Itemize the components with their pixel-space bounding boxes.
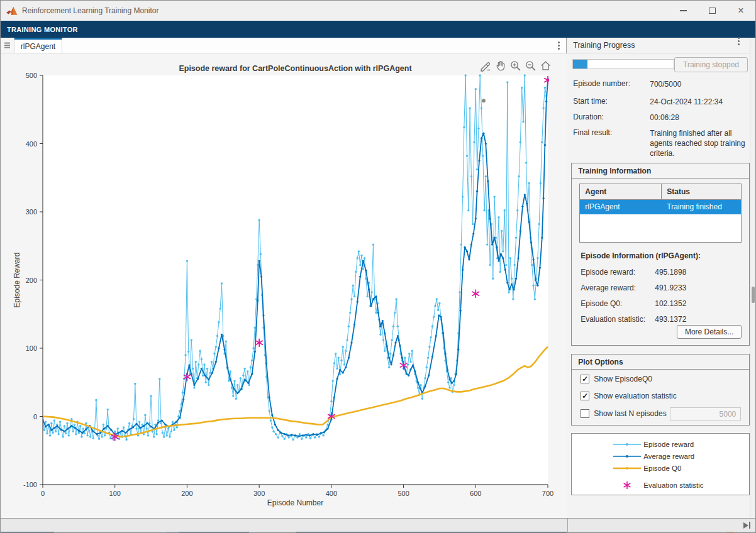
svg-text:600: 600	[470, 490, 481, 497]
panel-title: Training Progress	[573, 41, 635, 50]
plot-area	[43, 75, 548, 485]
maximize-icon	[709, 8, 716, 14]
chart-title: Episode reward for CartPoleContinuousAct…	[43, 64, 548, 73]
agent-status-table: Agent Status rlPGAgent Training finished	[579, 184, 742, 243]
zoom-in-icon[interactable]	[509, 60, 521, 72]
document-pane: rlPGAgent -10001002003004005000100200300…	[1, 38, 567, 518]
restore-view-home-icon[interactable]	[540, 60, 552, 72]
y-axis-label: Episode Reward	[13, 252, 21, 307]
close-button[interactable]: ×	[726, 1, 755, 21]
duration-value: 00:06:28	[650, 113, 745, 123]
svg-text:500: 500	[397, 490, 409, 497]
outlier-dot	[482, 99, 486, 102]
status-cell: Training finished	[662, 200, 741, 214]
n-episodes-input[interactable]	[670, 407, 741, 420]
duration-row: Duration: 00:06:28	[573, 113, 748, 123]
legend-item-average-reward: Average reward	[613, 452, 694, 460]
episode-q0-row: Episode Q0: 102.1352	[581, 299, 743, 308]
episode-reward-line-swatch	[613, 441, 641, 448]
episode-information-title: Episode Information (rlPGAgent):	[581, 251, 701, 260]
svg-text:300: 300	[253, 490, 265, 497]
progress-fill	[573, 60, 587, 69]
show-last-n-episodes-checkbox[interactable]: ✓	[581, 409, 589, 418]
axes-toolbar	[479, 60, 552, 72]
start-time-value: 24-Oct-2024 11:22:34	[650, 97, 745, 107]
training-progress-panel: Training Progress Training stopped Episo…	[567, 38, 755, 518]
app-window: Reinforcement Learning Training Monitor …	[0, 0, 756, 533]
pan-icon[interactable]	[494, 60, 506, 72]
more-details-button[interactable]: More Details...	[677, 325, 742, 339]
reward-plot[interactable]: -100010020030040050001002003004005006007…	[1, 53, 567, 518]
episode-number-value: 700/5000	[650, 79, 745, 89]
svg-text:200: 200	[181, 490, 192, 497]
toolstrip: TRAINING MONITOR	[1, 21, 755, 38]
document-tabbar: rlPGAgent	[1, 38, 566, 53]
evaluation-statistic-value: 493.1372	[655, 315, 686, 324]
table-header-row: Agent Status	[580, 184, 741, 200]
checkmark-icon: ✓	[582, 392, 588, 400]
svg-text:400: 400	[26, 140, 37, 148]
handle-lines-icon	[4, 45, 10, 46]
legend-item-episode-q0: Episode Q0	[613, 464, 681, 472]
show-evaluation-statistic-option: ✓ Show evaluation statistic	[581, 392, 676, 400]
training-progress-bar	[572, 59, 674, 69]
show-episodeq0-label: Show EpisodeQ0	[594, 375, 652, 383]
agent-cell: rlPGAgent	[580, 200, 662, 214]
svg-text:0: 0	[33, 413, 37, 420]
svg-text:0: 0	[41, 490, 45, 497]
episode-number-row: Episode number: 700/5000	[573, 79, 748, 89]
svg-text:200: 200	[26, 277, 37, 284]
evaluation-statistic-marker-swatch	[613, 481, 641, 489]
svg-text:700: 700	[542, 490, 553, 497]
episode-q0-line-swatch	[613, 464, 641, 472]
final-result-row: Final result: Training finished after al…	[573, 128, 748, 158]
average-reward-line-swatch	[613, 453, 641, 460]
episode-reward-row: Episode reward: 495.1898	[581, 268, 743, 277]
average-reward-value: 491.9233	[655, 283, 686, 292]
scrollbar-thumb[interactable]	[752, 287, 755, 303]
minimize-icon	[680, 10, 687, 11]
episode-number-label: Episode number:	[573, 79, 650, 89]
legend-item-evaluation-statistic: Evaluation statistic	[613, 481, 703, 489]
svg-text:-100: -100	[23, 481, 37, 488]
start-time-label: Start time:	[573, 97, 650, 107]
plot-options-box: Plot Options ✓ Show EpisodeQ0 ✓ Show eva…	[571, 354, 750, 426]
minimize-button[interactable]	[669, 1, 698, 21]
tab-rlpgagent[interactable]: rlPGAgent	[14, 38, 62, 53]
panel-scrollbar[interactable]	[750, 38, 755, 518]
training-information-box: Training Information Agent Status rlPGAg…	[571, 163, 750, 346]
window-title: Reinforcement Learning Training Monitor	[22, 6, 158, 15]
toolstrip-tab-training-monitor[interactable]: TRAINING MONITOR	[7, 26, 78, 33]
show-last-n-episodes-label: Show last N episodes	[594, 409, 666, 418]
show-last-n-episodes-option: ✓ Show last N episodes	[581, 409, 666, 418]
start-time-row: Start time: 24-Oct-2024 11:22:34	[573, 97, 748, 107]
matlab-logo-icon	[6, 6, 18, 16]
episode-reward-value: 495.1898	[655, 268, 686, 277]
show-episodeq0-checkbox[interactable]: ✓	[581, 375, 589, 383]
tabbar-handle-button[interactable]	[1, 38, 14, 53]
zoom-out-icon[interactable]	[525, 60, 536, 72]
panel-header: Training Progress	[567, 38, 750, 53]
panel-menu-button[interactable]	[731, 40, 746, 42]
duration-label: Duration:	[573, 113, 650, 123]
x-axis-label: Episode Number	[267, 498, 323, 507]
export-plot-icon[interactable]	[479, 60, 491, 72]
tabbar-menu-button[interactable]	[551, 38, 566, 53]
show-episodeq0-option: ✓ Show EpisodeQ0	[581, 375, 652, 383]
show-evaluation-statistic-label: Show evaluation statistic	[594, 392, 676, 400]
skip-to-end-icon[interactable]	[743, 522, 751, 529]
checkmark-icon: ✓	[582, 375, 588, 383]
svg-text:300: 300	[26, 208, 37, 216]
table-row-rlpgagent[interactable]: rlPGAgent Training finished	[580, 200, 741, 214]
kebab-menu-icon	[558, 45, 560, 47]
svg-text:100: 100	[109, 490, 121, 497]
agent-column-header: Agent	[580, 184, 662, 199]
status-column-header: Status	[662, 184, 741, 199]
legend-item-episode-reward: Episode reward	[613, 440, 694, 448]
training-figure: -100010020030040050001002003004005006007…	[1, 53, 567, 518]
maximize-button[interactable]	[698, 1, 726, 21]
svg-text:100: 100	[26, 344, 37, 352]
plot-options-title: Plot Options	[572, 354, 749, 370]
show-evaluation-statistic-checkbox[interactable]: ✓	[581, 392, 589, 400]
training-stopped-button[interactable]: Training stopped	[674, 57, 748, 72]
